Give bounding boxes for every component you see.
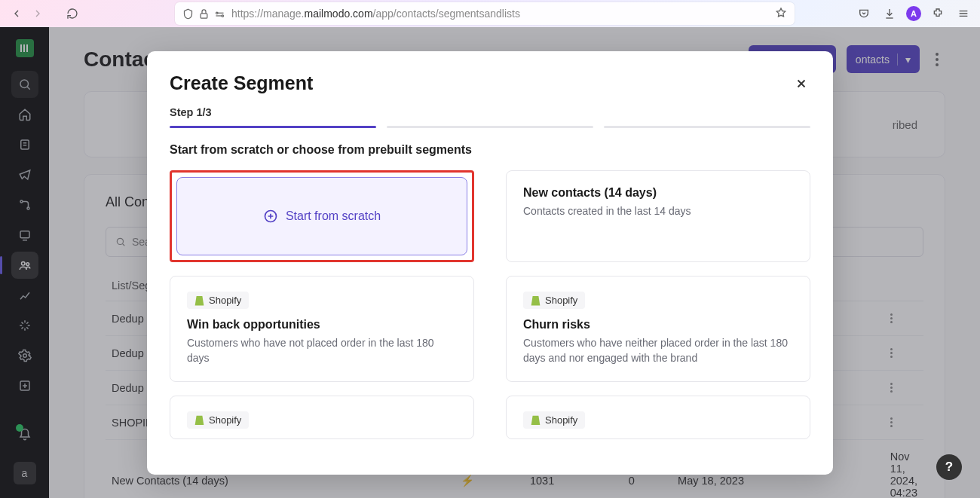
shield-icon [182, 8, 194, 20]
progress-bar [170, 126, 810, 128]
modal-subtitle: Start from scratch or choose from prebui… [170, 143, 810, 157]
prebuilt-segment-card[interactable]: New contacts (14 days) Contacts created … [506, 170, 810, 262]
shopify-tag: Shopify [187, 292, 249, 309]
profile-avatar[interactable]: A [906, 6, 921, 21]
prebuilt-segment-card[interactable]: Shopify Win back opportunities Customers… [170, 276, 474, 382]
browser-toolbar: https://manage.mailmodo.com/app/contacts… [0, 0, 980, 27]
shopify-tag: Shopify [187, 411, 249, 429]
menu-icon[interactable] [954, 5, 972, 23]
extensions-icon[interactable] [929, 5, 947, 23]
prebuilt-segment-card[interactable]: Shopify [170, 396, 474, 439]
url-text: https://manage.mailmodo.com/app/contacts… [231, 8, 769, 20]
create-segment-modal: Create Segment Step 1/3 Start from scrat… [147, 51, 833, 475]
shopify-bag-icon [194, 295, 204, 306]
step-indicator: Step 1/3 [170, 106, 810, 118]
permissions-icon [214, 8, 225, 20]
shopify-tag: Shopify [523, 292, 585, 309]
modal-title: Create Segment [170, 72, 313, 94]
lock-icon [198, 8, 210, 20]
svg-point-1 [216, 12, 219, 14]
pocket-icon[interactable] [855, 5, 873, 23]
downloads-icon[interactable] [880, 5, 899, 23]
shopify-bag-icon [531, 295, 541, 306]
shopify-bag-icon [531, 414, 541, 425]
shopify-bag-icon [194, 414, 204, 425]
close-icon[interactable] [792, 75, 810, 93]
prebuilt-segment-card[interactable]: Shopify Churn risks Customers who have n… [506, 276, 810, 382]
reload-button[interactable] [63, 5, 81, 23]
prebuilt-segment-card[interactable]: Shopify [506, 396, 810, 439]
back-button[interactable] [8, 5, 26, 23]
forward-button[interactable] [29, 5, 47, 23]
shopify-tag: Shopify [523, 411, 585, 429]
svg-point-2 [222, 14, 224, 17]
start-from-scratch-card[interactable]: Start from scratch [176, 177, 467, 255]
help-button[interactable]: ? [936, 454, 962, 480]
plus-circle-icon [263, 209, 278, 224]
bookmark-star-icon[interactable] [775, 7, 787, 21]
scratch-highlight: Start from scratch [170, 170, 474, 262]
url-bar[interactable]: https://manage.mailmodo.com/app/contacts… [175, 2, 795, 25]
svg-rect-0 [201, 13, 207, 17]
